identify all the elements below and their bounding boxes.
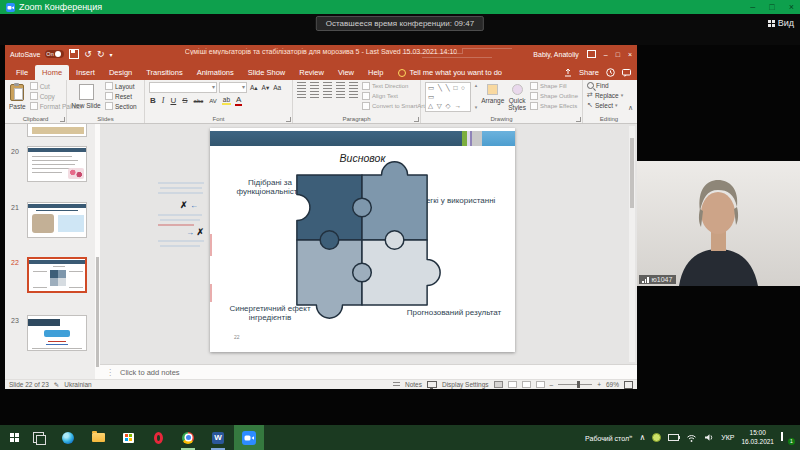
layout-button[interactable]: Layout: [105, 82, 137, 90]
font-color-button[interactable]: A: [235, 95, 242, 106]
notes-splitter-icon[interactable]: ⋮: [106, 368, 114, 377]
font-dialog-launcher-icon[interactable]: [286, 117, 291, 122]
select-button[interactable]: ↖Select▾: [587, 101, 623, 109]
zoom-out-button[interactable]: –: [550, 381, 554, 388]
start-button[interactable]: [2, 425, 26, 450]
antivirus-tray-icon[interactable]: [652, 433, 661, 442]
language-indicator[interactable]: Ukrainian: [64, 381, 91, 388]
align-text-button[interactable]: Align Text: [362, 92, 425, 100]
slideshow-view-icon[interactable]: [536, 381, 545, 388]
new-slide-button[interactable]: New Slide: [71, 82, 101, 109]
justify-icon[interactable]: [336, 91, 345, 98]
tab-design[interactable]: Design: [102, 65, 139, 80]
comments-icon[interactable]: [622, 69, 631, 77]
history-clock-icon[interactable]: [606, 68, 615, 77]
gallery-up-icon[interactable]: ▴: [475, 82, 478, 88]
collapse-ribbon-icon[interactable]: ∧: [628, 104, 633, 112]
decrease-indent-icon[interactable]: [323, 82, 332, 89]
tab-insert[interactable]: Insert: [69, 65, 102, 80]
shapes-gallery[interactable]: ▭ ╲ ╲ □ ○ ▭ △ ▽ ◇ → ↓ ◠ ∗ ∿ ∧ { } ☆: [425, 82, 471, 112]
line-spacing-icon[interactable]: [349, 82, 358, 89]
file-explorer-button[interactable]: [86, 425, 110, 450]
text-direction-button[interactable]: Text Direction: [362, 82, 425, 90]
hidden-icons-chevron[interactable]: ∧: [639, 433, 645, 442]
underline-button[interactable]: U: [169, 96, 177, 105]
character-spacing-button[interactable]: AV: [208, 98, 218, 104]
bullets-icon[interactable]: [297, 82, 306, 89]
notes-toggle[interactable]: Notes: [405, 381, 422, 388]
gallery-down-icon[interactable]: ▾: [475, 104, 478, 110]
microsoft-store-button[interactable]: [116, 425, 140, 450]
zoom-level[interactable]: 69%: [606, 381, 619, 388]
normal-view-icon[interactable]: [494, 381, 503, 388]
slide-canvas[interactable]: Висновок Підібрані за функціональністю Л…: [210, 128, 515, 352]
grow-font-button[interactable]: A▴: [249, 84, 259, 92]
tab-file[interactable]: File: [9, 65, 35, 80]
font-size-select[interactable]: [219, 82, 247, 93]
font-name-select[interactable]: [149, 82, 217, 93]
tab-slideshow[interactable]: Slide Show: [241, 65, 293, 80]
minimize-icon[interactable]: –: [750, 2, 755, 12]
clipboard-dialog-launcher-icon[interactable]: [60, 117, 65, 122]
slide-19-thumbnail[interactable]: [27, 124, 87, 137]
ppt-maximize-icon[interactable]: □: [616, 51, 620, 58]
paste-button[interactable]: Paste: [9, 82, 26, 110]
redo-icon[interactable]: ↻: [97, 49, 105, 59]
highlight-color-button[interactable]: ab: [222, 96, 231, 105]
zoom-taskbar-button-active[interactable]: [234, 425, 264, 450]
tab-transitions[interactable]: Transitions: [139, 65, 189, 80]
battery-icon[interactable]: [668, 434, 679, 441]
tell-me-box[interactable]: Tell me what you want to do: [398, 68, 502, 80]
desktop-toolbar[interactable]: Рабочий стол»: [585, 433, 632, 442]
clock[interactable]: 15:00 16.03.2021: [741, 429, 774, 445]
convert-smartart-button[interactable]: Convert to SmartArt: [362, 102, 425, 110]
arrange-button[interactable]: Arrange: [481, 82, 504, 104]
increase-indent-icon[interactable]: [336, 82, 345, 89]
chrome-button[interactable]: [176, 425, 200, 450]
ribbon-display-options-icon[interactable]: [587, 50, 596, 58]
notes-pane[interactable]: ⋮ Click to add notes: [100, 364, 637, 379]
zoom-in-button[interactable]: +: [597, 381, 601, 388]
italic-button[interactable]: I: [161, 96, 166, 105]
edge-taskbar-button[interactable]: [56, 425, 80, 450]
wifi-icon[interactable]: [686, 433, 697, 442]
shape-outline-button[interactable]: Shape Outline: [530, 92, 578, 100]
shadow-button[interactable]: abc: [193, 98, 205, 104]
view-button[interactable]: Вид: [768, 18, 794, 28]
save-icon[interactable]: [69, 49, 79, 59]
quick-styles-button[interactable]: Quick Styles: [508, 82, 526, 111]
shrink-font-button[interactable]: A▾: [261, 84, 271, 92]
zoom-slider[interactable]: [558, 384, 592, 385]
ppt-close-icon[interactable]: ×: [628, 51, 632, 58]
strikethrough-button[interactable]: S: [181, 96, 188, 105]
task-view-button[interactable]: [26, 425, 50, 450]
undo-icon[interactable]: ↺: [84, 49, 92, 59]
slide-22-thumbnail-selected[interactable]: [27, 257, 87, 293]
slide-21-thumbnail[interactable]: [27, 202, 87, 238]
shape-fill-button[interactable]: Shape Fill: [530, 82, 578, 90]
autosave-toggle[interactable]: On: [45, 50, 64, 58]
language-switcher[interactable]: УКР: [721, 434, 734, 441]
bold-button[interactable]: B: [149, 96, 157, 105]
tab-view[interactable]: View: [331, 65, 361, 80]
speaker-icon[interactable]: [704, 433, 714, 442]
tab-help[interactable]: Help: [361, 65, 390, 80]
close-icon[interactable]: ×: [789, 2, 794, 12]
numbering-icon[interactable]: [310, 82, 319, 89]
slide-23-thumbnail[interactable]: [27, 315, 87, 351]
zoom-slider-thumb[interactable]: [577, 381, 580, 388]
align-left-icon[interactable]: [297, 91, 306, 98]
opera-button[interactable]: [146, 425, 170, 450]
qat-dropdown-icon[interactable]: ▾: [109, 51, 112, 58]
paragraph-dialog-launcher-icon[interactable]: [414, 117, 419, 122]
change-case-button[interactable]: Aa: [272, 84, 282, 91]
section-button[interactable]: Section: [105, 102, 137, 110]
fit-to-window-icon[interactable]: [624, 381, 633, 389]
tab-home[interactable]: Home: [35, 65, 69, 80]
reading-view-icon[interactable]: [522, 381, 531, 388]
word-button[interactable]: W: [206, 425, 230, 450]
slide-sorter-view-icon[interactable]: [508, 381, 517, 388]
reset-button[interactable]: Reset: [105, 92, 137, 100]
shape-effects-button[interactable]: Shape Effects: [530, 102, 578, 110]
action-center-button[interactable]: 1: [781, 433, 792, 443]
